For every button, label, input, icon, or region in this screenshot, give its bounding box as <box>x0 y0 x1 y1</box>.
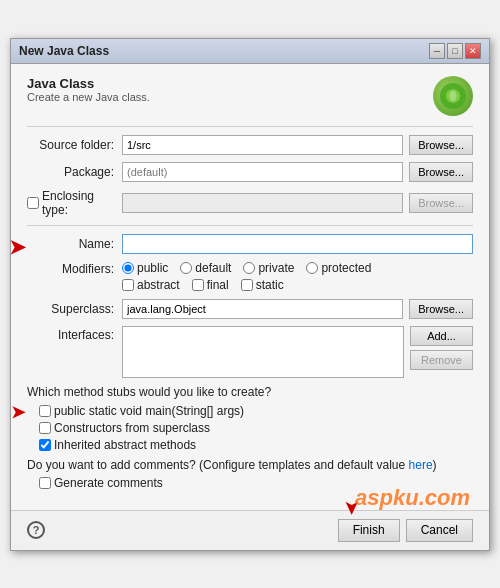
name-row: ➤ Name: <box>27 234 473 254</box>
modifiers-label: Modifiers: <box>27 261 122 276</box>
interfaces-label: Interfaces: <box>27 326 122 342</box>
comments-title-suffix: ) <box>433 458 437 472</box>
titlebar: New Java Class ─ □ ✕ <box>11 39 489 64</box>
enclosing-type-row: Enclosing type: Browse... <box>27 189 473 217</box>
stubs-constructors-label: Constructors from superclass <box>54 421 210 435</box>
modifiers-access-row: public default private protected <box>122 261 371 275</box>
modifier-final-option[interactable]: final <box>192 278 229 292</box>
modifier-static-option[interactable]: static <box>241 278 284 292</box>
source-folder-label: Source folder: <box>27 138 122 152</box>
superclass-label: Superclass: <box>27 302 122 316</box>
superclass-row: Superclass: Browse... <box>27 299 473 319</box>
modifier-abstract-checkbox[interactable] <box>122 279 134 291</box>
superclass-field: Browse... <box>122 299 473 319</box>
stubs-section: Which method stubs would you like to cre… <box>27 385 473 452</box>
modifier-public-label: public <box>137 261 168 275</box>
enclosing-type-input[interactable] <box>122 193 403 213</box>
close-button[interactable]: ✕ <box>465 43 481 59</box>
stubs-main-row: ➤ public static void main(String[] args) <box>39 404 473 418</box>
name-arrow-indicator: ➤ <box>9 235 26 259</box>
modifiers-row: Modifiers: public default pr <box>27 261 473 292</box>
stubs-options: ➤ public static void main(String[] args)… <box>39 404 473 452</box>
stubs-inherited-label: Inherited abstract methods <box>54 438 196 452</box>
stubs-main-option[interactable]: public static void main(String[] args) <box>39 404 244 418</box>
modifier-abstract-option[interactable]: abstract <box>122 278 180 292</box>
comments-title-prefix: Do you want to add comments? (Configure … <box>27 458 409 472</box>
comments-title: Do you want to add comments? (Configure … <box>27 458 473 472</box>
dialog-buttons: ➤ Finish Cancel <box>338 519 473 542</box>
modifier-public-radio[interactable] <box>122 262 134 274</box>
modifier-protected-radio[interactable] <box>306 262 318 274</box>
stubs-constructors-option[interactable]: Constructors from superclass <box>39 421 473 435</box>
interfaces-remove-button[interactable]: Remove <box>410 350 473 370</box>
modifier-final-checkbox[interactable] <box>192 279 204 291</box>
modifier-private-radio[interactable] <box>243 262 255 274</box>
comments-generate-label: Generate comments <box>54 476 163 490</box>
form-divider <box>27 225 473 226</box>
interfaces-add-button[interactable]: Add... <box>410 326 473 346</box>
source-folder-row: Source folder: Browse... <box>27 135 473 155</box>
modifiers-field: public default private protected <box>122 261 371 292</box>
header-divider <box>27 126 473 127</box>
section-header: Java Class Create a new Java class. <box>27 76 473 116</box>
modifier-default-radio[interactable] <box>180 262 192 274</box>
enclosing-type-label: Enclosing type: <box>42 189 114 217</box>
package-input[interactable] <box>122 162 403 182</box>
comments-generate-option[interactable]: Generate comments <box>39 476 473 490</box>
new-java-class-dialog: New Java Class ─ □ ✕ Java Class Create a… <box>10 38 490 551</box>
section-title-area: Java Class Create a new Java class. <box>27 76 150 103</box>
source-folder-input[interactable] <box>122 135 403 155</box>
interfaces-list[interactable] <box>122 326 404 378</box>
bottom-bar: ? ➤ Finish Cancel <box>11 510 489 550</box>
cancel-button[interactable]: Cancel <box>406 519 473 542</box>
minimize-button[interactable]: ─ <box>429 43 445 59</box>
stubs-main-label: public static void main(String[] args) <box>54 404 244 418</box>
package-browse-button[interactable]: Browse... <box>409 162 473 182</box>
comments-generate-checkbox[interactable] <box>39 477 51 489</box>
modifier-default-label: default <box>195 261 231 275</box>
section-title: Java Class <box>27 76 150 91</box>
modifier-default-option[interactable]: default <box>180 261 231 275</box>
package-row: Package: Browse... <box>27 162 473 182</box>
help-button[interactable]: ? <box>27 521 45 539</box>
modifier-private-option[interactable]: private <box>243 261 294 275</box>
modifier-static-label: static <box>256 278 284 292</box>
enclosing-type-browse-button[interactable]: Browse... <box>409 193 473 213</box>
modifier-protected-label: protected <box>321 261 371 275</box>
stubs-inherited-checkbox[interactable] <box>39 439 51 451</box>
comments-configure-link[interactable]: here <box>409 458 433 472</box>
modifier-protected-option[interactable]: protected <box>306 261 371 275</box>
modifier-final-label: final <box>207 278 229 292</box>
comments-section: Do you want to add comments? (Configure … <box>27 458 473 490</box>
section-subtitle: Create a new Java class. <box>27 91 150 103</box>
name-label: Name: <box>27 237 122 251</box>
stubs-arrow-indicator: ➤ <box>11 402 25 423</box>
stubs-constructors-checkbox[interactable] <box>39 422 51 434</box>
dialog-content: Java Class Create a new Java class. Sour… <box>11 64 489 510</box>
stubs-title: Which method stubs would you like to cre… <box>27 385 473 399</box>
modifier-public-option[interactable]: public <box>122 261 168 275</box>
stubs-inherited-option[interactable]: Inherited abstract methods <box>39 438 473 452</box>
package-field: Browse... <box>122 162 473 182</box>
source-folder-browse-button[interactable]: Browse... <box>409 135 473 155</box>
source-folder-field: Browse... <box>122 135 473 155</box>
package-label: Package: <box>27 165 122 179</box>
comments-options: Generate comments <box>39 476 473 490</box>
interfaces-row: Interfaces: Add... Remove <box>27 326 473 378</box>
enclosing-type-field: Browse... <box>122 193 473 213</box>
stubs-main-checkbox[interactable] <box>39 405 51 417</box>
eclipse-logo-icon <box>433 76 473 116</box>
modifier-static-checkbox[interactable] <box>241 279 253 291</box>
modifier-abstract-label: abstract <box>137 278 180 292</box>
finish-arrow-indicator: ➤ <box>341 500 362 514</box>
titlebar-controls: ─ □ ✕ <box>429 43 481 59</box>
enclosing-type-checkbox[interactable] <box>27 197 39 209</box>
name-field <box>122 234 473 254</box>
modifiers-other-row: abstract final static <box>122 278 371 292</box>
finish-button[interactable]: Finish <box>338 519 400 542</box>
interfaces-action-buttons: Add... Remove <box>410 326 473 370</box>
name-input[interactable] <box>122 234 473 254</box>
superclass-input[interactable] <box>122 299 403 319</box>
maximize-button[interactable]: □ <box>447 43 463 59</box>
superclass-browse-button[interactable]: Browse... <box>409 299 473 319</box>
